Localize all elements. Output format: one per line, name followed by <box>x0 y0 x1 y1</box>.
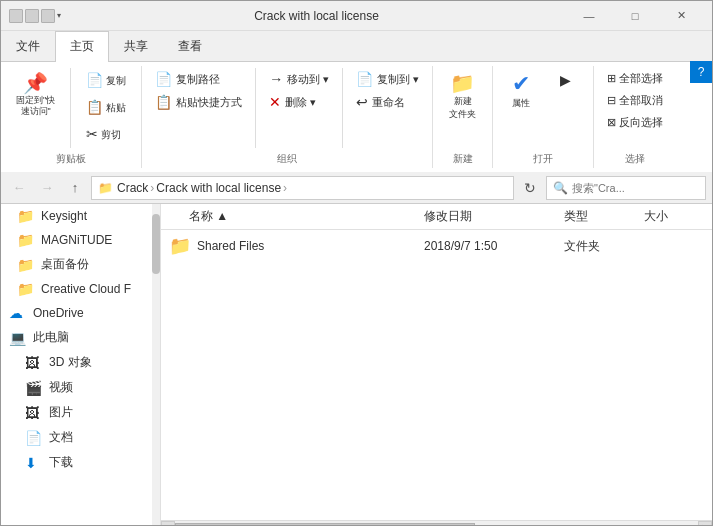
back-button[interactable]: ← <box>7 176 31 200</box>
ribbon-group-organize: 📄 复制路径 📋 粘贴快捷方式 → 移动到 ▾ ✕ <box>142 66 433 168</box>
sidebar-scrollbar-thumb[interactable] <box>152 214 160 274</box>
select-label: 选择 <box>625 148 645 166</box>
forward-button[interactable]: → <box>35 176 59 200</box>
sidebar-item-documents[interactable]: 📄 文档 <box>1 425 152 450</box>
sidebar-item-creative-cloud-label: Creative Cloud F <box>41 282 131 296</box>
organize-col-3: 📄 复制到 ▾ ↩ 重命名 <box>351 68 424 113</box>
tab-share[interactable]: 共享 <box>109 31 163 61</box>
new-folder-label: 新建文件夹 <box>449 95 476 121</box>
header-size[interactable]: 大小 <box>644 208 704 225</box>
open-icon: ▶ <box>560 73 571 87</box>
sidebar-item-keysight[interactable]: 📁 Keysight <box>1 204 152 228</box>
h-scroll-track <box>175 523 698 527</box>
help-button[interactable]: ? <box>690 61 712 83</box>
header-name[interactable]: 名称 ▲ <box>189 208 424 225</box>
up-button[interactable]: ↑ <box>63 176 87 200</box>
search-input[interactable] <box>572 182 672 194</box>
copy-button[interactable]: 📄 复制 <box>79 68 133 94</box>
invert-select-button[interactable]: ⊠ 反向选择 <box>602 112 668 133</box>
ribbon-group-clipboard: 📌 固定到"快速访问" 📄 复制 📋 粘贴 ✂ 剪切 <box>1 66 142 168</box>
title-bar: ▾ Crack with local license — □ ✕ <box>1 1 712 31</box>
clipboard-label: 剪贴板 <box>56 148 86 166</box>
tb-icon-1 <box>9 9 23 23</box>
sidebar-container: 📁 Keysight 📁 MAGNiTUDE 📁 桌面备份 📁 Creative… <box>1 204 161 526</box>
open-items: ✔ 属性 ▶ <box>501 68 585 148</box>
tab-view[interactable]: 查看 <box>163 31 217 61</box>
sep3 <box>342 68 343 148</box>
delete-button[interactable]: ✕ 删除 ▾ <box>264 91 334 113</box>
paste-shortcut-button[interactable]: 📋 粘贴快捷方式 <box>150 91 247 113</box>
copy-path-button[interactable]: 📄 复制路径 <box>150 68 247 90</box>
properties-button[interactable]: ✔ 属性 <box>501 68 541 115</box>
copy-to-label: 复制到 ▾ <box>377 72 419 87</box>
pictures-icon: 🖼 <box>25 405 43 421</box>
sidebar-item-documents-label: 文档 <box>49 429 73 446</box>
breadcrumb-folder-icon: 📁 <box>98 181 113 195</box>
tb-dropdown-arrow[interactable]: ▾ <box>57 11 61 20</box>
main-area: 📁 Keysight 📁 MAGNiTUDE 📁 桌面备份 📁 Creative… <box>1 204 712 526</box>
videos-icon: 🎬 <box>25 380 43 396</box>
sidebar-item-pictures[interactable]: 🖼 图片 <box>1 400 152 425</box>
rename-button[interactable]: ↩ 重命名 <box>351 91 424 113</box>
refresh-button[interactable]: ↻ <box>518 176 542 200</box>
sidebar-item-creative-cloud[interactable]: 📁 Creative Cloud F <box>1 277 152 301</box>
magnitude-icon: 📁 <box>17 232 35 248</box>
sidebar: 📁 Keysight 📁 MAGNiTUDE 📁 桌面备份 📁 Creative… <box>1 204 152 526</box>
paste-shortcut-icon: 📋 <box>155 94 172 110</box>
search-box[interactable]: 🔍 <box>546 176 706 200</box>
h-scroll-right-button[interactable]: ▶ <box>698 521 712 527</box>
breadcrumb-sep-2: › <box>283 181 287 195</box>
select-all-button[interactable]: ⊞ 全部选择 <box>602 68 668 89</box>
move-to-button[interactable]: → 移动到 ▾ <box>264 68 334 90</box>
copy-to-button[interactable]: 📄 复制到 ▾ <box>351 68 424 90</box>
ribbon-tab-bar: 文件 主页 共享 查看 ? <box>1 31 712 62</box>
this-pc-icon: 💻 <box>9 330 27 346</box>
sidebar-item-onedrive[interactable]: ☁ OneDrive <box>1 301 152 325</box>
copy-label: 复制 <box>106 74 126 88</box>
breadcrumb[interactable]: 📁 Crack › Crack with local license › <box>91 176 514 200</box>
tb-icon-2 <box>25 9 39 23</box>
minimize-button[interactable]: — <box>566 1 612 31</box>
horizontal-scrollbar[interactable]: ◀ ▶ <box>161 520 712 526</box>
organize-items: 📄 复制路径 📋 粘贴快捷方式 → 移动到 ▾ ✕ <box>150 68 424 148</box>
sidebar-item-3d-objects[interactable]: 🖼 3D 对象 <box>1 350 152 375</box>
clipboard-items: 📌 固定到"快速访问" 📄 复制 📋 粘贴 ✂ 剪切 <box>9 68 133 148</box>
sidebar-item-desktop-backup-label: 桌面备份 <box>41 256 89 273</box>
sidebar-item-magnitude[interactable]: 📁 MAGNiTUDE <box>1 228 152 252</box>
open-label: 打开 <box>533 148 553 166</box>
paste-label: 粘贴 <box>106 101 126 115</box>
copy-to-icon: 📄 <box>356 71 373 87</box>
close-button[interactable]: ✕ <box>658 1 704 31</box>
documents-icon: 📄 <box>25 430 43 446</box>
delete-label: 删除 ▾ <box>285 95 316 110</box>
new-folder-button[interactable]: 📁 新建文件夹 <box>442 68 483 126</box>
pin-button[interactable]: 📌 固定到"快速访问" <box>9 68 62 122</box>
select-none-button[interactable]: ⊟ 全部取消 <box>602 90 668 111</box>
sep2 <box>255 68 256 148</box>
header-type[interactable]: 类型 <box>564 208 644 225</box>
tab-home[interactable]: 主页 <box>55 31 109 62</box>
sidebar-scrollbar-track[interactable] <box>152 204 160 526</box>
new-items: 📁 新建文件夹 <box>442 68 483 148</box>
breadcrumb-item-2[interactable]: Crack with local license <box>156 181 281 195</box>
3d-objects-icon: 🖼 <box>25 355 43 371</box>
h-scroll-left-button[interactable]: ◀ <box>161 521 175 527</box>
table-row[interactable]: 📁 Shared Files 2018/9/7 1:50 文件夹 <box>161 230 712 263</box>
onedrive-icon: ☁ <box>9 305 27 321</box>
ribbon-group-new: 📁 新建文件夹 新建 <box>433 66 493 168</box>
sidebar-item-videos[interactable]: 🎬 视频 <box>1 375 152 400</box>
sidebar-item-downloads[interactable]: ⬇ 下载 <box>1 450 152 475</box>
maximize-button[interactable]: □ <box>612 1 658 31</box>
header-date[interactable]: 修改日期 <box>424 208 564 225</box>
select-col: ⊞ 全部选择 ⊟ 全部取消 ⊠ 反向选择 <box>602 68 668 133</box>
title-bar-quick-access: ▾ <box>9 9 61 23</box>
h-scroll-thumb[interactable] <box>175 523 475 527</box>
open-button[interactable]: ▶ <box>545 68 585 94</box>
rename-label: 重命名 <box>372 95 405 110</box>
sidebar-item-this-pc[interactable]: 💻 此电脑 <box>1 325 152 350</box>
sidebar-item-desktop-backup[interactable]: 📁 桌面备份 <box>1 252 152 277</box>
cut-button[interactable]: ✂ 剪切 <box>79 122 133 148</box>
breadcrumb-item-1[interactable]: Crack <box>117 181 148 195</box>
paste-button[interactable]: 📋 粘贴 <box>79 95 133 121</box>
tab-file[interactable]: 文件 <box>1 31 55 61</box>
